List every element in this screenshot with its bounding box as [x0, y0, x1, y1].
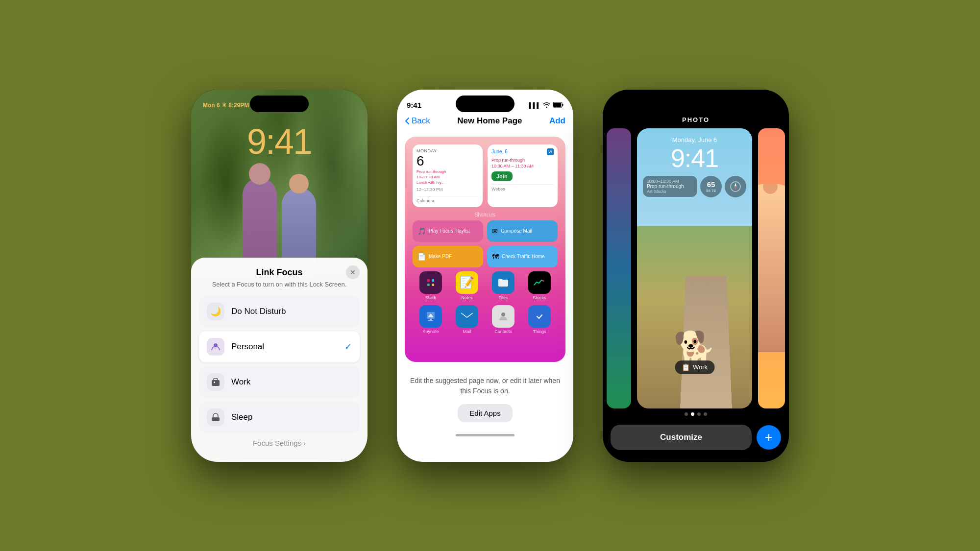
- svg-rect-9: [427, 279, 430, 282]
- signal-icon: ▌▌▌: [529, 102, 540, 108]
- sleep-icon: [207, 408, 224, 426]
- shortcut-music[interactable]: 🎵 Play Focus Playlist: [413, 220, 483, 242]
- app-contacts[interactable]: Contacts: [491, 305, 515, 334]
- focus-option-dnd[interactable]: 🌙 Do Not Disturb: [199, 296, 360, 327]
- app-stocks[interactable]: Stocks: [528, 271, 551, 300]
- status-bar-2: 9:41 ▌▌▌: [397, 90, 573, 114]
- shortcuts-label: Shortcuts: [413, 212, 558, 217]
- customize-button[interactable]: Customize: [611, 425, 752, 450]
- svg-rect-2: [214, 379, 218, 381]
- shortcut-mail[interactable]: ✉ Compose Mail: [487, 220, 558, 242]
- app-mail[interactable]: Mail: [455, 305, 479, 334]
- dot-1[interactable]: [685, 412, 688, 416]
- svg-rect-8: [563, 104, 564, 106]
- app-things[interactable]: Things: [528, 305, 551, 334]
- shortcuts-section: Shortcuts 🎵 Play Focus Playlist ✉ Compos…: [413, 212, 558, 267]
- status-icons-2: ▌▌▌: [529, 102, 564, 109]
- status-time-2: 9:41: [407, 101, 421, 109]
- focus-option-work[interactable]: Work: [199, 366, 360, 398]
- lock-widget-calendar: 10:00–11:30 AM Prop run-through Art Stud…: [643, 176, 697, 197]
- lock-screen-overlay-3: Monday, June 6 9:41 10:00–11:30 AM Prop …: [637, 128, 752, 205]
- dot-3[interactable]: [697, 412, 701, 416]
- nav-add-button[interactable]: Add: [549, 116, 565, 126]
- wifi-icon: [543, 102, 550, 109]
- files-icon: [492, 271, 514, 294]
- work-badge: 📋 Work: [675, 360, 714, 374]
- svg-marker-22: [735, 187, 736, 191]
- shortcut-traffic[interactable]: 🗺 Check Traffic Home: [487, 246, 558, 267]
- stocks-icon: [528, 271, 551, 294]
- svg-rect-15: [430, 319, 432, 320]
- edit-apps-button[interactable]: Edit Apps: [458, 404, 512, 422]
- slack-icon: [419, 271, 442, 294]
- status-bar-3: 9:41: [603, 90, 789, 114]
- focus-option-personal[interactable]: Personal ✓: [199, 331, 360, 362]
- lock-date-3: Monday, June 6: [643, 136, 746, 144]
- svg-rect-17: [461, 312, 473, 321]
- webex-widget: June, 6 W Prop run-through10:00 AM – 11:…: [488, 144, 558, 208]
- wallpaper-side-left[interactable]: [607, 128, 631, 408]
- apps-row-1: Slack 📝 Notes Files: [413, 271, 558, 300]
- modal-title: Link Focus: [199, 267, 360, 278]
- notes-icon: 📝: [456, 271, 478, 294]
- svg-rect-16: [428, 320, 433, 321]
- mail-shortcut-icon: ✉: [492, 227, 498, 235]
- work-badge-icon: 📋: [682, 363, 690, 371]
- dnd-icon: 🌙: [207, 303, 224, 320]
- modal-subtitle: Select a Focus to turn on with this Lock…: [199, 281, 360, 288]
- shortcuts-row-2: 📄 Make PDF 🗺 Check Traffic Home: [413, 246, 558, 267]
- dot-4[interactable]: [704, 412, 707, 416]
- personal-check: ✓: [344, 341, 352, 352]
- top-widgets-row: MONDAY 6 Prop run-through10–11:30 AMLunc…: [413, 144, 558, 208]
- svg-rect-11: [427, 284, 430, 286]
- work-icon: [207, 373, 224, 391]
- svg-rect-3: [214, 382, 215, 383]
- lock-screen-bg-1: [191, 90, 368, 276]
- dnd-label: Do Not Disturb: [231, 307, 286, 316]
- back-button[interactable]: Back: [405, 116, 430, 126]
- lock-time-area: 9:41: [191, 124, 368, 159]
- work-label: Work: [231, 377, 250, 387]
- svg-rect-4: [212, 417, 220, 421]
- contacts-icon: [492, 305, 514, 328]
- app-keynote[interactable]: Keynote: [419, 305, 442, 334]
- pdf-shortcut-icon: 📄: [417, 253, 426, 261]
- dot-2[interactable]: [691, 412, 694, 416]
- mail-icon: [456, 305, 478, 328]
- lock-clock-1: 9:41: [191, 124, 368, 159]
- wallpaper-side-right[interactable]: [758, 128, 785, 408]
- focus-settings-label: Focus Settings: [253, 439, 301, 447]
- phone-2: 9:41 ▌▌▌: [397, 90, 573, 462]
- svg-rect-1: [212, 380, 220, 386]
- shortcuts-row-1: 🎵 Play Focus Playlist ✉ Compose Mail: [413, 220, 558, 242]
- lock-widget-compass: [725, 176, 746, 197]
- lock-widgets-row-3: 10:00–11:30 AM Prop run-through Art Stud…: [643, 176, 746, 197]
- status-date: Mon 6 ☀ 8:29PM: [203, 102, 249, 109]
- modal-close-button[interactable]: ✕: [346, 265, 360, 279]
- home-page-preview: MONDAY 6 Prop run-through10–11:30 AMLunc…: [405, 137, 565, 362]
- app-files[interactable]: Files: [491, 271, 515, 300]
- music-shortcut-icon: 🎵: [417, 227, 426, 235]
- lock-clock-3: 9:41: [643, 145, 746, 171]
- app-slack[interactable]: Slack: [419, 271, 442, 300]
- things-icon: [528, 305, 551, 328]
- phone-1: Mon 6 ☀ 8:29PM 9:41 ✕ Link Focus Select …: [191, 90, 368, 462]
- phone-3: 9:41 PHOTO 🐕: [603, 90, 789, 462]
- svg-rect-10: [432, 279, 434, 282]
- keynote-icon: [419, 305, 442, 328]
- sleep-label: Sleep: [231, 412, 252, 422]
- shortcut-pdf[interactable]: 📄 Make PDF: [413, 246, 483, 267]
- svg-rect-12: [432, 284, 434, 286]
- wallpaper-main[interactable]: 🐕 Monday, June 6 9:41 10:00–11:30 AM Pro…: [637, 128, 752, 408]
- svg-marker-21: [735, 183, 736, 187]
- join-button[interactable]: Join: [491, 171, 513, 181]
- focus-settings-link[interactable]: Focus Settings ›: [199, 439, 360, 447]
- bottom-controls: Customize +: [603, 420, 789, 462]
- app-notes[interactable]: 📝 Notes: [455, 271, 479, 300]
- add-button[interactable]: +: [757, 425, 781, 450]
- focus-option-sleep[interactable]: Sleep: [199, 402, 360, 433]
- lock-widget-temp: 65 55 72: [700, 176, 722, 197]
- home-indicator-2: [456, 434, 514, 436]
- wallpaper-carousel: 🐕 Monday, June 6 9:41 10:00–11:30 AM Pro…: [603, 128, 789, 408]
- svg-rect-7: [553, 103, 561, 107]
